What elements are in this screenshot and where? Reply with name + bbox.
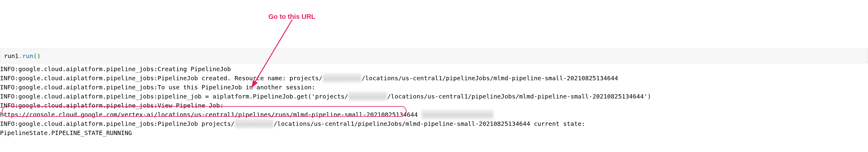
log-line: INFO:google.cloud.aiplatform.pipeline_jo… [0,65,868,74]
redacted-url-suffix: xxxxxxxxxxxxxxxxxxx [422,110,494,119]
annotation-label: Go to this URL [269,11,315,22]
output-block: INFO:google.cloud.aiplatform.pipeline_jo… [0,63,868,138]
code-method: run [22,52,33,60]
log-line: INFO:google.cloud.aiplatform.pipeline_jo… [0,92,868,101]
code-object: run1 [4,52,19,60]
log-text: /locations/us-central1/pipelineJobs/mlmd… [387,93,651,100]
log-text: /locations/us-central1/pipelineJobs/mlmd… [274,120,585,127]
log-line: INFO:google.cloud.aiplatform.pipeline_jo… [0,119,868,128]
redacted-project-id: xxxxxxxxxx [322,74,362,83]
code-parens: () [33,52,40,60]
pipeline-url[interactable]: https://console.cloud.google.com/vertex-… [0,111,418,118]
code-dot: . [19,52,22,60]
code-input-cell: run1.run() [0,49,868,63]
log-text: INFO:google.cloud.aiplatform.pipeline_jo… [0,120,235,127]
log-line: INFO:google.cloud.aiplatform.pipeline_jo… [0,101,868,110]
redacted-project-id: xxxxxxxxxx [235,119,274,128]
redacted-project-id: xxxxxxxxxx [348,92,387,101]
log-line: INFO:google.cloud.aiplatform.pipeline_jo… [0,74,868,83]
log-text: /locations/us-central1/pipelineJobs/mlmd… [362,74,618,82]
log-line-url[interactable]: https://console.cloud.google.com/vertex-… [0,110,868,119]
log-line: INFO:google.cloud.aiplatform.pipeline_jo… [0,83,868,92]
log-line: PipelineState.PIPELINE_STATE_RUNNING [0,128,868,138]
log-text: INFO:google.cloud.aiplatform.pipeline_jo… [0,93,348,100]
log-text: INFO:google.cloud.aiplatform.pipeline_jo… [0,74,322,82]
